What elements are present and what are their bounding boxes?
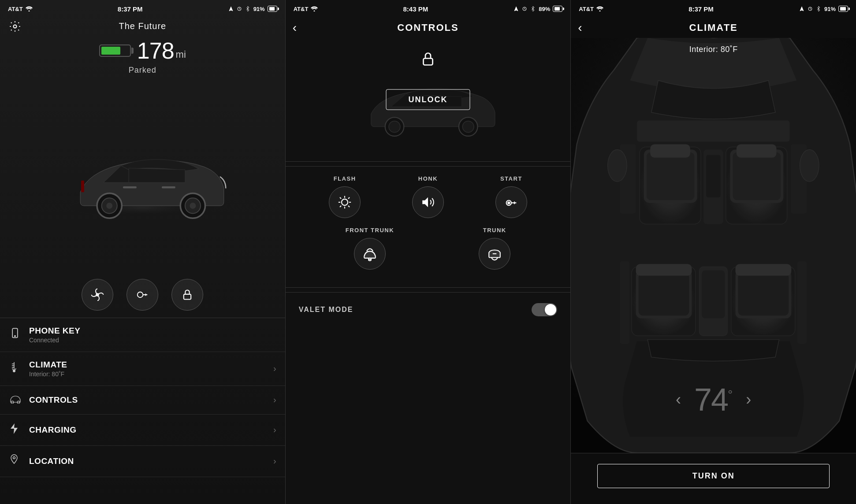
key-button[interactable] [127,279,158,311]
valet-section: VALET MODE [286,292,571,327]
status-bar-2: AT&T 8:43 PM 89% [286,0,571,18]
fan-button[interactable] [82,279,113,311]
bluetooth-icon-2 [530,6,536,12]
flash-button[interactable] [329,186,361,218]
carrier-1: AT&T [8,6,23,12]
key-start-icon [504,195,519,210]
valet-toggle[interactable] [532,303,557,316]
controls-row-2: FRONT TRUNK TRUNK [303,227,553,270]
honk-control[interactable]: HONK [412,175,444,218]
svg-rect-59 [702,271,725,319]
alarm-icon-2 [522,6,527,11]
lock-icon [181,289,194,301]
flash-control[interactable]: FLASH [329,175,361,218]
front-trunk-label: FRONT TRUNK [346,227,394,233]
menu-item-controls[interactable]: CONTROLS › [0,386,285,415]
battery-fill-1 [269,7,275,11]
p3-header: ‹ CLIMATE [571,18,856,38]
svg-point-0 [28,11,30,12]
svg-rect-10 [123,186,137,188]
svg-point-35 [508,202,510,204]
svg-point-17 [15,335,15,336]
unlock-button[interactable]: UNLOCK [386,89,470,110]
time-3: 8:37 PM [689,5,714,13]
svg-rect-51 [737,145,777,158]
turn-on-button[interactable]: TURN ON [597,464,830,488]
toggle-knob [545,304,556,315]
climate-back-button[interactable]: ‹ [578,21,582,35]
charging-text: CHARGING [29,425,273,435]
p2-header: ‹ CONTROLS [286,18,571,38]
honk-button[interactable] [412,186,444,218]
interior-label: Interior: 80˚F [689,45,738,54]
status-right-3: 91% [799,6,848,12]
carrier-3: AT&T [579,6,594,12]
svg-rect-53 [706,155,721,198]
bluetooth-icon-3 [815,6,822,12]
temp-decrease-button[interactable]: ‹ [676,390,681,409]
front-trunk-button[interactable] [354,238,386,270]
key-icon [136,288,149,301]
start-button[interactable] [495,186,527,218]
bluetooth-icon-1 [245,6,251,12]
status-left-1: AT&T [8,6,33,12]
trunk-front-icon [362,246,377,261]
climate-text: CLIMATE Interior: 80˚F [29,360,273,378]
menu-item-charging[interactable]: CHARGING › [0,415,285,446]
battery-pct-3: 91% [824,6,836,12]
svg-rect-67 [797,261,807,344]
controls-row-1: FLASH HONK [303,175,553,218]
battery-bar-1 [268,6,277,12]
menu-item-climate[interactable]: CLIMATE Interior: 80˚F › [0,352,285,386]
time-2: 8:43 PM [403,5,428,13]
svg-rect-57 [636,264,692,276]
front-trunk-control[interactable]: FRONT TRUNK [346,227,394,270]
location-arrow-1 [228,6,234,12]
battery-pct-1: 91% [253,6,265,12]
svg-point-2 [14,25,17,28]
turn-on-container: TURN ON [571,458,856,504]
trunk-button[interactable] [479,238,510,270]
trunk-label: TRUNK [483,227,506,233]
trunk-control[interactable]: TRUNK [479,227,510,270]
fan-icon [90,288,104,302]
lock-button[interactable] [171,279,203,311]
main-battery-bar [99,44,131,57]
status-left-3: AT&T [579,6,603,12]
climate-chevron: › [273,363,276,374]
valet-label: VALET MODE [299,306,354,314]
horn-icon [421,195,435,210]
phone-key-icon [9,327,25,342]
svg-point-69 [800,150,819,182]
svg-rect-15 [184,294,191,299]
gear-icon[interactable] [9,20,21,33]
panel-controls: AT&T 8:43 PM 89% ‹ CONTROLS [285,0,571,504]
location-chevron: › [273,456,276,466]
status-bar-1: AT&T 8:37 PM 91% [0,0,285,18]
menu-item-location[interactable]: LOCATION › [0,446,285,477]
svg-point-9 [190,203,196,209]
battery-miles: 178 [137,37,174,64]
controls-text: CONTROLS [29,395,273,405]
temp-display: 74 ° [694,382,733,418]
climate-title: CLIMATE [29,360,273,370]
time-1: 8:37 PM [118,5,143,13]
temp-degree: ° [728,388,733,402]
status-bar-3: AT&T 8:37 PM 91% [571,0,856,18]
car-image [45,128,239,225]
svg-point-40 [599,11,601,12]
menu-item-phone-key[interactable]: PHONE KEY Connected [0,318,285,352]
temp-value: 74 [694,382,728,418]
svg-rect-46 [647,152,695,200]
battery-bar-container: 178 mi [99,37,186,64]
quick-actions [0,274,285,318]
temp-increase-button[interactable]: › [746,390,751,409]
climate-icon [9,361,25,376]
wifi-icon-3 [596,6,603,11]
main-battery-fill [101,47,120,55]
honk-label: HONK [418,175,438,182]
back-button[interactable]: ‹ [293,21,297,35]
start-control[interactable]: START [495,175,527,218]
miles-display: 178 mi [137,37,186,64]
location-icon [9,454,25,469]
